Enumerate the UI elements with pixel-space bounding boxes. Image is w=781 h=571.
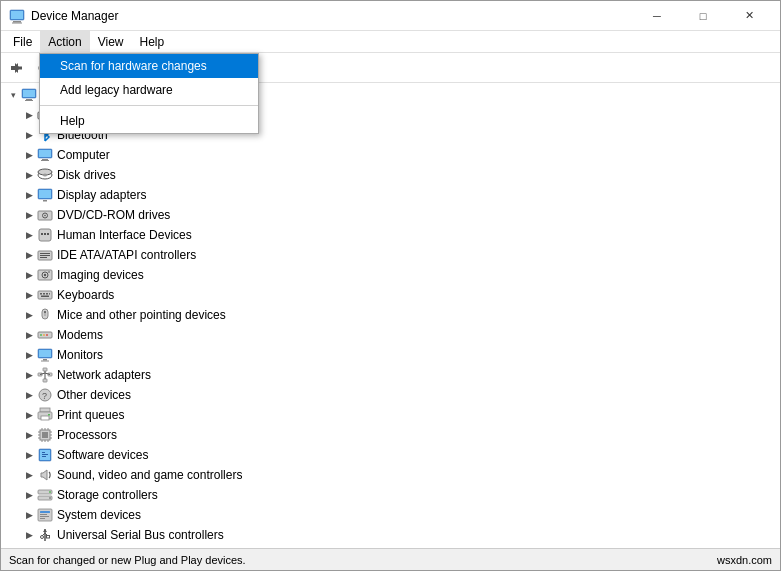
list-item[interactable]: ▶ Keyboards	[1, 285, 780, 305]
list-item[interactable]: ▶ IDE ATA/ATAPI controllers	[1, 245, 780, 265]
menu-file[interactable]: File	[5, 31, 40, 52]
expand-processors[interactable]: ▶	[21, 427, 37, 443]
modems-label: Modems	[57, 328, 103, 342]
expand-bluetooth[interactable]: ▶	[21, 127, 37, 143]
other-label: Other devices	[57, 388, 131, 402]
expand-batteries[interactable]: ▶	[21, 107, 37, 123]
computer-icon	[21, 87, 37, 103]
minimize-button[interactable]: ─	[634, 1, 680, 31]
svg-point-43	[48, 271, 50, 273]
device-tree[interactable]: ▾ DESKTOP-ABC123 ▶	[1, 83, 780, 548]
expand-storage[interactable]: ▶	[21, 487, 37, 503]
list-item[interactable]: ▶ Modems	[1, 325, 780, 345]
expand-sound[interactable]: ▶	[21, 467, 37, 483]
dropdown-help[interactable]: Help	[40, 109, 258, 133]
svg-rect-71	[40, 408, 50, 412]
network-icon	[37, 367, 53, 383]
expand-print[interactable]: ▶	[21, 407, 37, 423]
expand-keyboards[interactable]: ▶	[21, 287, 37, 303]
expand-root[interactable]: ▾	[5, 87, 21, 103]
list-item[interactable]: ▶ Storage controllers	[1, 485, 780, 505]
display-label: Display adapters	[57, 188, 146, 202]
sound-label: Sound, video and game controllers	[57, 468, 242, 482]
svg-rect-100	[40, 514, 47, 515]
list-item[interactable]: ▶ Human Interface Devices	[1, 225, 780, 245]
list-item[interactable]: ▶ Print queues	[1, 405, 780, 425]
expand-display[interactable]: ▶	[21, 187, 37, 203]
svg-rect-48	[49, 293, 50, 295]
main-content: ▾ DESKTOP-ABC123 ▶	[1, 83, 780, 548]
svg-rect-22	[41, 160, 49, 161]
computer-item-icon	[37, 147, 53, 163]
system-icon	[37, 507, 53, 523]
svg-rect-99	[40, 511, 50, 513]
maximize-button[interactable]: □	[680, 1, 726, 31]
expand-hid[interactable]: ▶	[21, 227, 37, 243]
expand-other[interactable]: ▶	[21, 387, 37, 403]
menu-view[interactable]: View	[90, 31, 132, 52]
svg-rect-21	[42, 159, 48, 160]
expand-mice[interactable]: ▶	[21, 307, 37, 323]
svg-rect-39	[40, 257, 47, 258]
list-item[interactable]: ▶ Universal Serial Bus controllers	[1, 525, 780, 545]
svg-rect-73	[41, 416, 49, 420]
svg-point-52	[44, 311, 46, 313]
svg-marker-108	[43, 529, 47, 532]
list-item[interactable]: ▶ DVD/CD-ROM drives	[1, 205, 780, 225]
list-item[interactable]: ▶	[1, 425, 780, 445]
expand-ide[interactable]: ▶	[21, 247, 37, 263]
expand-usb[interactable]: ▶	[21, 527, 37, 543]
software-icon	[37, 447, 53, 463]
usb-label: Universal Serial Bus controllers	[57, 528, 224, 542]
expand-monitors[interactable]: ▶	[21, 347, 37, 363]
expand-computer[interactable]: ▶	[21, 147, 37, 163]
svg-rect-28	[43, 200, 47, 202]
expand-dvd[interactable]: ▶	[21, 207, 37, 223]
action-dropdown: Scan for hardware changes Add legacy har…	[39, 53, 259, 134]
hid-label: Human Interface Devices	[57, 228, 192, 242]
window-title: Device Manager	[31, 9, 634, 23]
list-item[interactable]: ▶ Sound, video and game controllers	[1, 465, 780, 485]
dropdown-add-legacy[interactable]: Add legacy hardware	[40, 78, 258, 102]
list-item[interactable]: ▶ ? Other devices	[1, 385, 780, 405]
svg-rect-59	[43, 359, 47, 361]
hid-icon	[37, 227, 53, 243]
svg-point-55	[43, 334, 45, 336]
monitors-label: Monitors	[57, 348, 103, 362]
back-icon	[9, 60, 25, 76]
svg-rect-34	[44, 233, 46, 235]
list-item[interactable]: ▶ Network adapters	[1, 365, 780, 385]
dvd-icon	[37, 207, 53, 223]
svg-rect-13	[23, 90, 35, 97]
menu-help[interactable]: Help	[132, 31, 173, 52]
list-item[interactable]: ▶ System devices	[1, 505, 780, 525]
list-item[interactable]: ▶ Display adapters	[1, 185, 780, 205]
svg-rect-92	[42, 454, 48, 455]
svg-rect-45	[40, 293, 42, 295]
expand-imaging[interactable]: ▶	[21, 267, 37, 283]
storage-label: Storage controllers	[57, 488, 158, 502]
list-item[interactable]: ▶ Disk drives	[1, 165, 780, 185]
monitor-icon	[37, 347, 53, 363]
list-item[interactable]: ▶ Monitors	[1, 345, 780, 365]
window-controls: ─ □ ✕	[634, 1, 772, 31]
dropdown-scan[interactable]: Scan for hardware changes	[40, 54, 258, 78]
expand-network[interactable]: ▶	[21, 367, 37, 383]
expand-system[interactable]: ▶	[21, 507, 37, 523]
list-item[interactable]: ▶ Imaging devices	[1, 265, 780, 285]
computer-label: Computer	[57, 148, 110, 162]
statusbar: Scan for changed or new Plug and Play de…	[1, 548, 780, 570]
list-item[interactable]: ▶ Software devices	[1, 445, 780, 465]
list-item[interactable]: ▶ Computer	[1, 145, 780, 165]
close-button[interactable]: ✕	[726, 1, 772, 31]
svg-rect-15	[25, 100, 33, 101]
svg-rect-3	[11, 11, 23, 19]
menu-action[interactable]: Action	[40, 31, 89, 52]
toolbar-back[interactable]	[5, 56, 29, 80]
list-item[interactable]: ▶ Mice and other pointing devices	[1, 305, 780, 325]
expand-software[interactable]: ▶	[21, 447, 37, 463]
expand-modems[interactable]: ▶	[21, 327, 37, 343]
device-manager-window: Device Manager ─ □ ✕ File Action View He…	[0, 0, 781, 571]
svg-rect-101	[40, 516, 49, 517]
expand-disk[interactable]: ▶	[21, 167, 37, 183]
